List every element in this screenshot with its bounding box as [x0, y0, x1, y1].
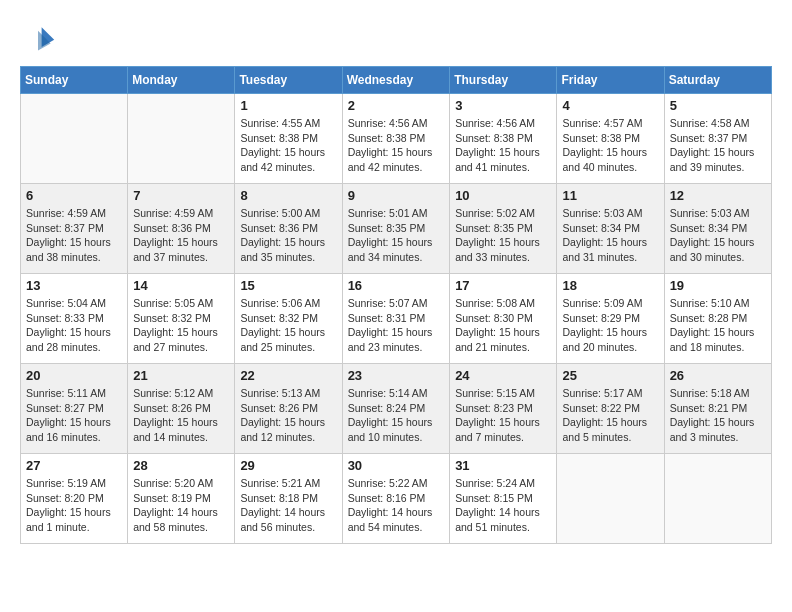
calendar-week-row: 1Sunrise: 4:55 AM Sunset: 8:38 PM Daylig…	[21, 94, 772, 184]
calendar-cell: 31Sunrise: 5:24 AM Sunset: 8:15 PM Dayli…	[450, 454, 557, 544]
calendar-cell: 3Sunrise: 4:56 AM Sunset: 8:38 PM Daylig…	[450, 94, 557, 184]
day-info: Sunrise: 4:56 AM Sunset: 8:38 PM Dayligh…	[348, 116, 445, 175]
calendar-cell	[664, 454, 771, 544]
day-number: 27	[26, 458, 122, 473]
calendar-header-sunday: Sunday	[21, 67, 128, 94]
day-info: Sunrise: 5:03 AM Sunset: 8:34 PM Dayligh…	[670, 206, 766, 265]
calendar-cell: 1Sunrise: 4:55 AM Sunset: 8:38 PM Daylig…	[235, 94, 342, 184]
calendar-cell: 30Sunrise: 5:22 AM Sunset: 8:16 PM Dayli…	[342, 454, 450, 544]
calendar-cell	[21, 94, 128, 184]
calendar: SundayMondayTuesdayWednesdayThursdayFrid…	[20, 66, 772, 544]
calendar-cell: 23Sunrise: 5:14 AM Sunset: 8:24 PM Dayli…	[342, 364, 450, 454]
calendar-cell: 24Sunrise: 5:15 AM Sunset: 8:23 PM Dayli…	[450, 364, 557, 454]
day-number: 24	[455, 368, 551, 383]
calendar-header-row: SundayMondayTuesdayWednesdayThursdayFrid…	[21, 67, 772, 94]
calendar-cell: 13Sunrise: 5:04 AM Sunset: 8:33 PM Dayli…	[21, 274, 128, 364]
calendar-cell	[128, 94, 235, 184]
day-number: 14	[133, 278, 229, 293]
calendar-cell: 5Sunrise: 4:58 AM Sunset: 8:37 PM Daylig…	[664, 94, 771, 184]
day-info: Sunrise: 5:05 AM Sunset: 8:32 PM Dayligh…	[133, 296, 229, 355]
day-info: Sunrise: 4:55 AM Sunset: 8:38 PM Dayligh…	[240, 116, 336, 175]
calendar-cell: 2Sunrise: 4:56 AM Sunset: 8:38 PM Daylig…	[342, 94, 450, 184]
generalblue-logo-icon	[20, 20, 56, 56]
calendar-cell: 21Sunrise: 5:12 AM Sunset: 8:26 PM Dayli…	[128, 364, 235, 454]
day-number: 12	[670, 188, 766, 203]
day-number: 17	[455, 278, 551, 293]
day-info: Sunrise: 5:20 AM Sunset: 8:19 PM Dayligh…	[133, 476, 229, 535]
day-number: 25	[562, 368, 658, 383]
day-number: 7	[133, 188, 229, 203]
day-info: Sunrise: 5:00 AM Sunset: 8:36 PM Dayligh…	[240, 206, 336, 265]
day-number: 16	[348, 278, 445, 293]
calendar-cell: 22Sunrise: 5:13 AM Sunset: 8:26 PM Dayli…	[235, 364, 342, 454]
calendar-cell: 16Sunrise: 5:07 AM Sunset: 8:31 PM Dayli…	[342, 274, 450, 364]
day-number: 19	[670, 278, 766, 293]
day-info: Sunrise: 5:22 AM Sunset: 8:16 PM Dayligh…	[348, 476, 445, 535]
calendar-cell: 17Sunrise: 5:08 AM Sunset: 8:30 PM Dayli…	[450, 274, 557, 364]
day-info: Sunrise: 4:59 AM Sunset: 8:37 PM Dayligh…	[26, 206, 122, 265]
day-number: 30	[348, 458, 445, 473]
day-number: 20	[26, 368, 122, 383]
calendar-header-saturday: Saturday	[664, 67, 771, 94]
calendar-week-row: 6Sunrise: 4:59 AM Sunset: 8:37 PM Daylig…	[21, 184, 772, 274]
day-info: Sunrise: 4:57 AM Sunset: 8:38 PM Dayligh…	[562, 116, 658, 175]
day-number: 31	[455, 458, 551, 473]
calendar-cell: 27Sunrise: 5:19 AM Sunset: 8:20 PM Dayli…	[21, 454, 128, 544]
day-info: Sunrise: 4:58 AM Sunset: 8:37 PM Dayligh…	[670, 116, 766, 175]
day-number: 22	[240, 368, 336, 383]
day-info: Sunrise: 5:10 AM Sunset: 8:28 PM Dayligh…	[670, 296, 766, 355]
day-number: 21	[133, 368, 229, 383]
day-number: 8	[240, 188, 336, 203]
day-info: Sunrise: 5:04 AM Sunset: 8:33 PM Dayligh…	[26, 296, 122, 355]
day-info: Sunrise: 4:59 AM Sunset: 8:36 PM Dayligh…	[133, 206, 229, 265]
day-info: Sunrise: 5:14 AM Sunset: 8:24 PM Dayligh…	[348, 386, 445, 445]
day-number: 26	[670, 368, 766, 383]
day-info: Sunrise: 4:56 AM Sunset: 8:38 PM Dayligh…	[455, 116, 551, 175]
calendar-cell: 11Sunrise: 5:03 AM Sunset: 8:34 PM Dayli…	[557, 184, 664, 274]
calendar-cell: 12Sunrise: 5:03 AM Sunset: 8:34 PM Dayli…	[664, 184, 771, 274]
day-number: 2	[348, 98, 445, 113]
calendar-cell: 18Sunrise: 5:09 AM Sunset: 8:29 PM Dayli…	[557, 274, 664, 364]
day-number: 4	[562, 98, 658, 113]
calendar-header-tuesday: Tuesday	[235, 67, 342, 94]
day-info: Sunrise: 5:24 AM Sunset: 8:15 PM Dayligh…	[455, 476, 551, 535]
calendar-cell: 7Sunrise: 4:59 AM Sunset: 8:36 PM Daylig…	[128, 184, 235, 274]
day-number: 9	[348, 188, 445, 203]
calendar-week-row: 27Sunrise: 5:19 AM Sunset: 8:20 PM Dayli…	[21, 454, 772, 544]
calendar-cell: 20Sunrise: 5:11 AM Sunset: 8:27 PM Dayli…	[21, 364, 128, 454]
calendar-header-friday: Friday	[557, 67, 664, 94]
calendar-cell: 8Sunrise: 5:00 AM Sunset: 8:36 PM Daylig…	[235, 184, 342, 274]
calendar-week-row: 20Sunrise: 5:11 AM Sunset: 8:27 PM Dayli…	[21, 364, 772, 454]
day-number: 1	[240, 98, 336, 113]
day-number: 28	[133, 458, 229, 473]
day-number: 6	[26, 188, 122, 203]
day-info: Sunrise: 5:21 AM Sunset: 8:18 PM Dayligh…	[240, 476, 336, 535]
day-number: 10	[455, 188, 551, 203]
day-info: Sunrise: 5:02 AM Sunset: 8:35 PM Dayligh…	[455, 206, 551, 265]
calendar-header-wednesday: Wednesday	[342, 67, 450, 94]
day-number: 11	[562, 188, 658, 203]
calendar-cell: 9Sunrise: 5:01 AM Sunset: 8:35 PM Daylig…	[342, 184, 450, 274]
day-info: Sunrise: 5:07 AM Sunset: 8:31 PM Dayligh…	[348, 296, 445, 355]
calendar-cell: 28Sunrise: 5:20 AM Sunset: 8:19 PM Dayli…	[128, 454, 235, 544]
day-info: Sunrise: 5:08 AM Sunset: 8:30 PM Dayligh…	[455, 296, 551, 355]
day-info: Sunrise: 5:12 AM Sunset: 8:26 PM Dayligh…	[133, 386, 229, 445]
day-info: Sunrise: 5:09 AM Sunset: 8:29 PM Dayligh…	[562, 296, 658, 355]
calendar-cell: 6Sunrise: 4:59 AM Sunset: 8:37 PM Daylig…	[21, 184, 128, 274]
calendar-cell: 25Sunrise: 5:17 AM Sunset: 8:22 PM Dayli…	[557, 364, 664, 454]
calendar-cell: 4Sunrise: 4:57 AM Sunset: 8:38 PM Daylig…	[557, 94, 664, 184]
calendar-week-row: 13Sunrise: 5:04 AM Sunset: 8:33 PM Dayli…	[21, 274, 772, 364]
day-info: Sunrise: 5:19 AM Sunset: 8:20 PM Dayligh…	[26, 476, 122, 535]
calendar-cell: 19Sunrise: 5:10 AM Sunset: 8:28 PM Dayli…	[664, 274, 771, 364]
day-number: 13	[26, 278, 122, 293]
day-number: 15	[240, 278, 336, 293]
day-number: 5	[670, 98, 766, 113]
day-info: Sunrise: 5:03 AM Sunset: 8:34 PM Dayligh…	[562, 206, 658, 265]
day-info: Sunrise: 5:13 AM Sunset: 8:26 PM Dayligh…	[240, 386, 336, 445]
calendar-cell	[557, 454, 664, 544]
day-info: Sunrise: 5:18 AM Sunset: 8:21 PM Dayligh…	[670, 386, 766, 445]
calendar-cell: 15Sunrise: 5:06 AM Sunset: 8:32 PM Dayli…	[235, 274, 342, 364]
day-info: Sunrise: 5:01 AM Sunset: 8:35 PM Dayligh…	[348, 206, 445, 265]
calendar-header-monday: Monday	[128, 67, 235, 94]
day-info: Sunrise: 5:11 AM Sunset: 8:27 PM Dayligh…	[26, 386, 122, 445]
